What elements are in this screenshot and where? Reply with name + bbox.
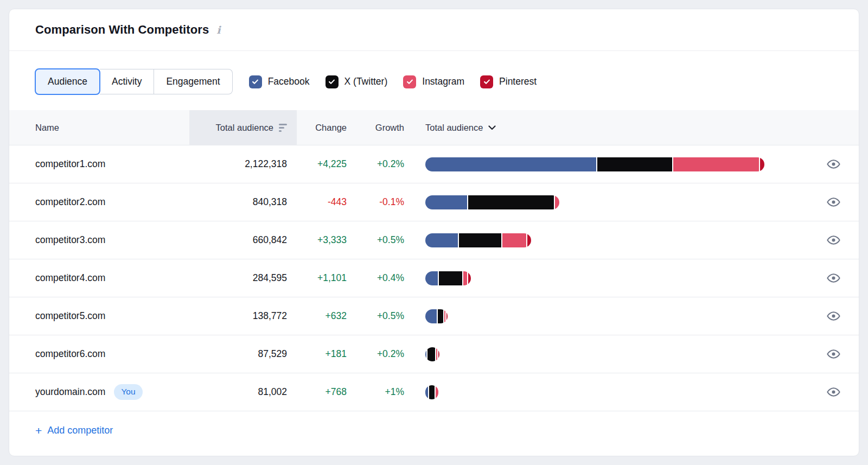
audience-bar-cell (404, 157, 808, 171)
tab-activity[interactable]: Activity (100, 69, 154, 94)
competitor-name-cell: competitor2.com (9, 196, 189, 208)
competitor-name-cell: competitor1.com (9, 158, 189, 170)
audience-stacked-bar (425, 309, 448, 323)
competitor-name: competitor6.com (35, 348, 105, 360)
eye-icon[interactable] (826, 271, 841, 285)
bar-segment-x-twitter (429, 385, 434, 399)
platform-label: Facebook (268, 76, 310, 87)
growth-value: +0.2% (347, 348, 404, 360)
bar-segment-instagram (502, 233, 526, 247)
bar-segment-facebook (425, 271, 438, 285)
growth-value: +0.2% (347, 158, 404, 170)
sort-descending-icon (279, 124, 287, 132)
bar-segment-instagram (555, 195, 559, 209)
audience-bar-cell (404, 309, 808, 323)
change-value: +768 (297, 386, 347, 398)
competitor-name: competitor1.com (35, 158, 105, 170)
add-competitor-label: Add competitor (47, 425, 113, 436)
bar-segment-facebook (425, 233, 458, 247)
eye-icon[interactable] (826, 233, 841, 247)
platform-label: X (Twitter) (344, 76, 388, 87)
tab-engagement[interactable]: Engagement (154, 69, 232, 94)
checkbox-checked-icon (326, 75, 339, 88)
audience-stacked-bar (425, 157, 764, 171)
panel-title: Comparison With Competitors (35, 23, 209, 37)
total-audience-value: 81,002 (189, 386, 297, 398)
table-row: competitor2.com 840,318 -443 -0.1% (9, 183, 859, 221)
visibility-cell (808, 233, 859, 247)
visibility-cell (808, 385, 859, 399)
bar-segment-pinterest (527, 233, 531, 247)
growth-value: +0.4% (347, 272, 404, 284)
table-row: competitor5.com 138,772 +632 +0.5% (9, 297, 859, 335)
total-audience-value: 138,772 (189, 310, 297, 322)
bar-segment-facebook (425, 347, 426, 361)
audience-stacked-bar (425, 347, 439, 361)
audience-bar-cell (404, 271, 808, 285)
bar-segment-pinterest (446, 309, 448, 323)
table-row: competitor3.com 660,842 +3,333 +0.5% (9, 221, 859, 259)
bar-segment-facebook (425, 195, 467, 209)
column-header-name: Name (9, 110, 189, 145)
platform-label: Instagram (422, 76, 464, 87)
checkbox-x-twitter[interactable]: X (Twitter) (326, 75, 388, 88)
bar-segment-pinterest (438, 347, 439, 361)
bar-segment-instagram (444, 309, 445, 323)
change-value: +3,333 (297, 234, 347, 246)
visibility-cell (808, 309, 859, 323)
info-icon[interactable]: i (216, 25, 220, 35)
table-row: competitor4.com 284,595 +1,101 +0.4% (9, 259, 859, 297)
bar-segment-x-twitter (439, 271, 462, 285)
bar-segment-pinterest (468, 271, 471, 285)
eye-icon[interactable] (826, 157, 841, 171)
column-header-total-audience[interactable]: Total audience (189, 110, 297, 145)
eye-icon[interactable] (826, 195, 841, 209)
eye-icon[interactable] (826, 309, 841, 323)
change-value: -443 (297, 196, 347, 208)
column-header-visibility (808, 110, 859, 145)
table-header-row: Name Total audience Change Growth Total … (9, 110, 859, 145)
column-header-growth: Growth (347, 110, 404, 145)
competitor-name-cell: yourdomain.com You (9, 384, 189, 400)
checkbox-pinterest[interactable]: Pinterest (480, 75, 537, 88)
competitor-name: competitor5.com (35, 310, 105, 322)
audience-stacked-bar (425, 233, 531, 247)
platform-label: Pinterest (499, 76, 537, 87)
tab-audience[interactable]: Audience (35, 68, 100, 95)
visibility-cell (808, 271, 859, 285)
competitor-name: yourdomain.com (35, 386, 105, 398)
competitor-name-cell: competitor4.com (9, 272, 189, 284)
checkbox-checked-icon (249, 75, 262, 88)
bar-segment-x-twitter (438, 309, 443, 323)
competitor-name: competitor3.com (35, 234, 105, 246)
growth-value: -0.1% (347, 196, 404, 208)
competitor-name-cell: competitor6.com (9, 348, 189, 360)
growth-value: +0.5% (347, 234, 404, 246)
bar-segment-facebook (425, 309, 437, 323)
checkbox-instagram[interactable]: Instagram (403, 75, 464, 88)
checkbox-checked-icon (403, 75, 416, 88)
table-footer: + Add competitor (9, 411, 859, 449)
audience-bar-cell (404, 347, 808, 361)
change-value: +1,101 (297, 272, 347, 284)
panel-header: Comparison With Competitors i (9, 9, 859, 51)
comparison-with-competitors-panel: Comparison With Competitors i Audience A… (9, 9, 859, 456)
bar-segment-pinterest (760, 157, 764, 171)
toolbar: Audience Activity Engagement Facebook X … (9, 51, 859, 110)
table-body: competitor1.com 2,122,318 +4,225 +0.2% c… (9, 145, 859, 411)
eye-icon[interactable] (826, 385, 841, 399)
bar-segment-instagram (463, 271, 467, 285)
eye-icon[interactable] (826, 347, 841, 361)
checkbox-facebook[interactable]: Facebook (249, 75, 310, 88)
visibility-cell (808, 157, 859, 171)
bar-segment-x-twitter (427, 347, 435, 361)
audience-bar-cell (404, 385, 808, 399)
add-competitor-button[interactable]: + Add competitor (35, 425, 113, 436)
bar-segment-facebook (425, 385, 428, 399)
competitor-name-cell: competitor5.com (9, 310, 189, 322)
competitor-name: competitor2.com (35, 196, 105, 208)
table-row: yourdomain.com You 81,002 +768 +1% (9, 373, 859, 411)
checkbox-checked-icon (480, 75, 493, 88)
column-header-bar-metric[interactable]: Total audience (404, 110, 808, 145)
audience-bar-cell (404, 195, 808, 209)
